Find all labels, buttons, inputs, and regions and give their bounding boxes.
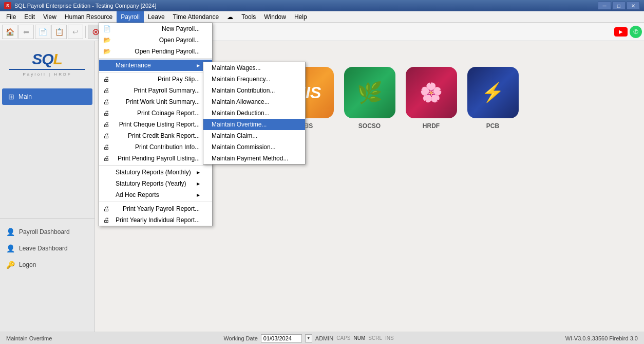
menu-print-payroll-summary[interactable]: 🖨 Print Payroll Summary...	[99, 85, 212, 96]
menu-print-cheque-listing[interactable]: 🖨 Print Cheque Listing Report...	[99, 119, 212, 130]
app-icon: S	[4, 2, 11, 9]
sidebar-item-leave-dashboard[interactable]: 👤 Leave Dashboard	[0, 240, 94, 257]
menu-human-resource[interactable]: Human Resource	[61, 11, 117, 23]
maintain-overtime-label: Maintain Overtime...	[212, 121, 267, 128]
menu-open-pending-payroll[interactable]: 📂 Open Pending Payroll...	[99, 46, 212, 57]
maintain-commission-label: Maintain Commission...	[212, 143, 276, 151]
print-coinage-report-label: Print Coinage Report...	[137, 110, 200, 117]
menu-print-credit-bank[interactable]: 🖨 Print Credit Bank Report...	[99, 130, 212, 141]
socso-icon-wrap[interactable]: 🌿 SOCSO	[344, 67, 395, 130]
menu-print-coinage-report[interactable]: 🖨 Print Coinage Report...	[99, 107, 212, 119]
sep2	[99, 72, 212, 73]
menu-print-pay-slip[interactable]: 🖨 Print Pay Slip...	[99, 74, 212, 85]
submenu-maintain-frequency[interactable]: Maintain Frequency...	[203, 74, 305, 85]
toolbar-home[interactable]: 🏠	[2, 25, 17, 39]
submenu-maintain-allowance[interactable]: Maintain Allowance...	[203, 96, 305, 107]
menu-time-attendance[interactable]: Time Attendance	[169, 11, 223, 23]
status-text: Maintain Overtime	[6, 335, 52, 341]
menu-file[interactable]: File	[2, 11, 20, 23]
pcb-icon[interactable]: ⚡	[467, 67, 519, 118]
logo-sql: SQ	[32, 50, 53, 67]
menu-cloud[interactable]: ☁	[223, 11, 237, 23]
menu-print-contribution-info[interactable]: 🖨 Print Contribution Info...	[99, 141, 212, 153]
maximize-button[interactable]: □	[612, 2, 626, 10]
sidebar-item-main[interactable]: ⊞ Main	[2, 88, 92, 105]
menu-payroll[interactable]: Payroll	[117, 11, 144, 23]
open-payroll-label: Open Payroll...	[159, 37, 200, 44]
toolbar-back[interactable]: ⬅	[18, 25, 34, 39]
print-yearly-payroll-label: Print Yearly Payroll Report...	[123, 205, 200, 212]
close-button[interactable]: ✕	[627, 2, 640, 10]
submenu-maintain-overtime[interactable]: Maintain Overtime...	[203, 119, 305, 130]
maintenance-label: Maintenance	[116, 62, 193, 69]
payroll-dropdown: 📄 New Payroll... 📂 Open Payroll... 📂 Ope…	[99, 23, 213, 226]
caps-indicator: CAPS	[336, 335, 350, 341]
date-dropdown-button[interactable]: ▼	[305, 334, 312, 342]
youtube-icon[interactable]: ▶	[614, 27, 628, 37]
sidebar-item-payroll-dashboard[interactable]: 👤 Payroll Dashboard	[0, 224, 94, 240]
menu-ad-hoc-reports[interactable]: Ad Hoc Reports ▶	[99, 189, 212, 201]
submenu-maintain-commission[interactable]: Maintain Commission...	[203, 141, 305, 153]
menu-print-yearly-individual[interactable]: 🖨 Print Yearly Individual Report...	[99, 214, 212, 226]
print-contribution-info-label: Print Contribution Info...	[135, 143, 200, 151]
maintain-frequency-label: Maintain Frequency...	[212, 76, 271, 83]
menu-window[interactable]: Window	[260, 11, 290, 23]
print-work-unit-summary-label: Print Work Unit Summary...	[126, 98, 200, 105]
logo-l: L	[53, 50, 63, 67]
ad-hoc-reports-arrow: ▶	[197, 193, 200, 197]
working-date-input[interactable]	[261, 334, 302, 342]
working-date-label: Working Date	[223, 335, 257, 341]
statutory-yearly-label: Statutory Reports (Yearly)	[116, 180, 193, 187]
sep4	[99, 202, 212, 202]
sidebar-logon-label: Logon	[19, 261, 36, 268]
statutory-monthly-label: Statutory Reports (Monthly)	[116, 169, 193, 176]
menu-open-payroll[interactable]: 📂 Open Payroll...	[99, 34, 212, 46]
submenu-maintain-deduction[interactable]: Maintain Deduction...	[203, 107, 305, 119]
sidebar-logo: SQL Payroll | HRDF	[0, 45, 94, 83]
menu-new-payroll[interactable]: 📄 New Payroll...	[99, 23, 212, 34]
menu-print-yearly-payroll[interactable]: 🖨 Print Yearly Payroll Report...	[99, 203, 212, 214]
print-payroll-summary-label: Print Payroll Summary...	[134, 87, 200, 94]
toolbar-copy2[interactable]: 📋	[51, 25, 67, 39]
open-pending-payroll-label: Open Pending Payroll...	[135, 48, 200, 55]
num-indicator: NUM	[354, 335, 366, 341]
menu-maintenance[interactable]: Maintenance ▶	[99, 60, 212, 71]
pcb-label: PCB	[486, 122, 499, 130]
menu-statutory-yearly[interactable]: Statutory Reports (Yearly) ▶	[99, 178, 212, 189]
menu-help[interactable]: Help	[290, 11, 311, 23]
menu-edit[interactable]: Edit	[20, 11, 39, 23]
whatsapp-icon[interactable]: ✆	[630, 26, 642, 38]
window-controls: ─ □ ✕	[598, 2, 640, 10]
maintain-claim-label: Maintain Claim...	[212, 132, 257, 139]
toolbar-copy1[interactable]: 📄	[35, 25, 50, 39]
ad-hoc-reports-label: Ad Hoc Reports	[116, 191, 193, 198]
socso-icon[interactable]: 🌿	[344, 67, 395, 118]
sidebar-leave-label: Leave Dashboard	[19, 245, 68, 252]
maintain-payment-method-label: Maintain Payment Method...	[212, 155, 288, 162]
submenu-maintain-wages[interactable]: Maintain Wages...	[203, 62, 305, 74]
menu-view[interactable]: View	[39, 11, 61, 23]
print-cheque-listing-label: Print Cheque Listing Report...	[119, 121, 200, 128]
minimize-button[interactable]: ─	[598, 2, 611, 10]
hrdf-icon-wrap[interactable]: 🌸 HRDF	[406, 67, 457, 130]
menu-tools[interactable]: Tools	[237, 11, 260, 23]
pcb-icon-wrap[interactable]: ⚡ PCB	[467, 67, 519, 130]
toolbar-undo[interactable]: ↩	[68, 25, 83, 39]
leave-dashboard-icon: 👤	[6, 244, 15, 252]
sidebar-payroll-label: Payroll Dashboard	[19, 228, 70, 236]
logon-icon: 🔑	[6, 261, 15, 269]
statutory-monthly-arrow: ▶	[197, 170, 200, 175]
menu-statutory-monthly[interactable]: Statutory Reports (Monthly) ▶	[99, 167, 212, 178]
submenu-maintain-claim[interactable]: Maintain Claim...	[203, 130, 305, 141]
statutory-yearly-arrow: ▶	[197, 182, 200, 186]
menu-leave[interactable]: Leave	[144, 11, 169, 23]
hrdf-icon[interactable]: 🌸	[406, 67, 457, 118]
print-pending-payroll-label: Print Pending Payroll Listing...	[118, 155, 200, 162]
menu-print-pending-payroll[interactable]: 🖨 Print Pending Payroll Listing...	[99, 153, 212, 164]
menu-print-work-unit-summary[interactable]: 🖨 Print Work Unit Summary...	[99, 96, 212, 107]
sidebar-item-logon[interactable]: 🔑 Logon	[0, 257, 94, 273]
title-bar: S SQL Payroll Enterprise Edition - Testi…	[0, 0, 644, 11]
app-title: SQL Payroll Enterprise Edition - Testing…	[14, 3, 156, 9]
submenu-maintain-contribution[interactable]: Maintain Contribution...	[203, 85, 305, 96]
submenu-maintain-payment-method[interactable]: Maintain Payment Method...	[203, 153, 305, 164]
